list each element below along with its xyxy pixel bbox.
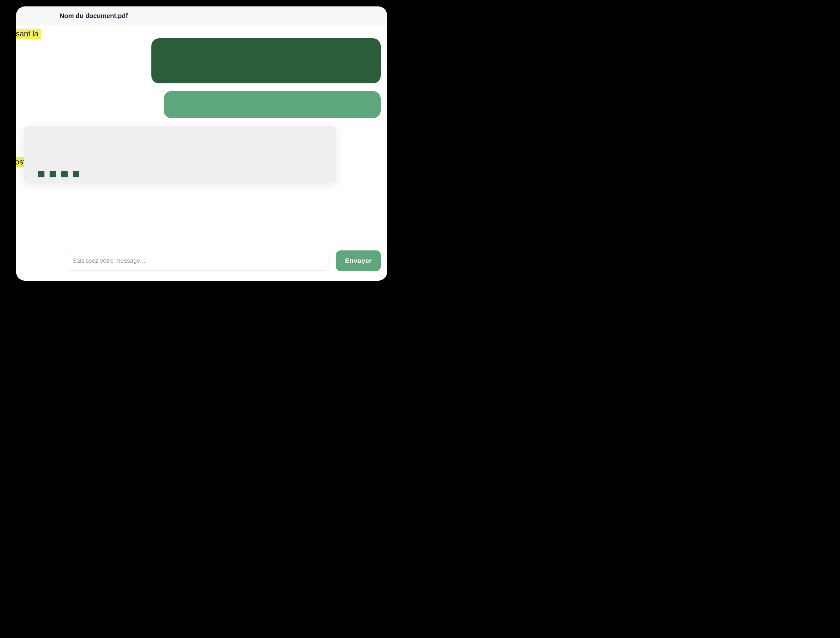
header-bar: Nom du document.pdf (16, 6, 387, 25)
input-bar: Envoyer (16, 243, 387, 281)
document-title: Nom du document.pdf (60, 12, 387, 20)
chat-area: sant la ost (16, 25, 387, 243)
typing-dot-icon (50, 171, 56, 177)
typing-dot-icon (73, 171, 79, 177)
typing-dot-icon (61, 171, 68, 177)
send-button[interactable]: Envoyer (336, 250, 381, 271)
typing-dot-icon (38, 171, 44, 177)
chat-window: Nom du document.pdf sant la ost Envoyer (16, 6, 387, 281)
chat-bubble-user-light (164, 91, 381, 118)
background-highlight-text: sant la (16, 28, 41, 39)
response-typing-card (24, 126, 336, 183)
message-input[interactable] (65, 251, 329, 271)
chat-bubble-user-dark (151, 38, 381, 84)
